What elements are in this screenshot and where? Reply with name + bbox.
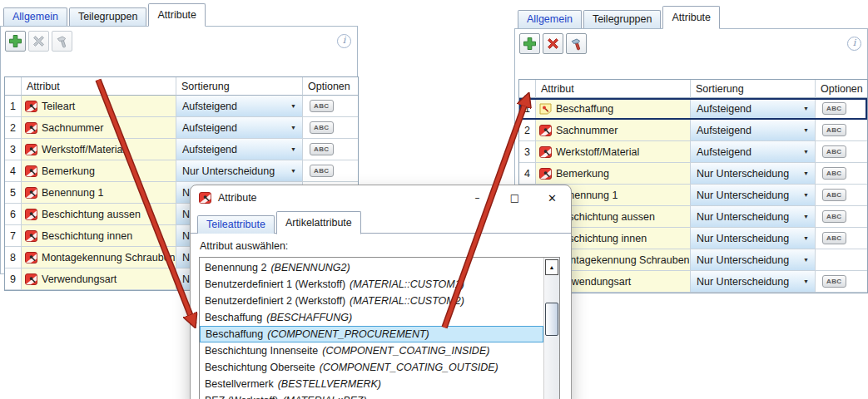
option-code: (MATERIAL::CUSTOM1) (350, 278, 464, 290)
option-name: Benutzerdefiniert 2 (Werkstoff) (205, 295, 345, 307)
abc-button[interactable]: ABC (310, 165, 334, 177)
abc-button[interactable]: ABC (310, 121, 334, 134)
abc-button[interactable]: ABC (822, 275, 846, 288)
toolbar (5, 31, 72, 52)
attribute-listbox: Benennung 2(BENENNUNG2)Benutzerdefiniert… (199, 257, 560, 399)
abc-button[interactable]: ABC (822, 189, 846, 201)
attribute-row[interactable]: 3Werkstoff/MaterialAufsteigend▼ABC (5, 139, 358, 160)
abc-button[interactable]: ABC (822, 232, 846, 244)
scroll-up-icon[interactable]: ▲ (545, 259, 558, 275)
sorting-value: Aufsteigend (182, 144, 237, 155)
abc-button[interactable]: ABC (822, 145, 846, 158)
scrollbar-thumb[interactable] (545, 303, 558, 336)
abc-button[interactable]: ABC (822, 210, 846, 223)
attribute-option[interactable]: Benutzerdefiniert 2 (Werkstoff)(MATERIAL… (200, 293, 543, 309)
attribute-label: Montagekennung Schrauben (556, 254, 690, 266)
attribute-option[interactable]: Benutzerdefiniert 1 (Werkstoff)(MATERIAL… (200, 276, 543, 293)
sorting-dropdown[interactable]: Aufsteigend▼ (176, 117, 302, 138)
chevron-down-icon: ▼ (803, 214, 809, 219)
tab-attribute[interactable]: Attribute (662, 6, 720, 29)
sorting-dropdown[interactable]: Nur Unterscheidung▼ (176, 160, 302, 181)
minimize-icon[interactable]: – (459, 185, 496, 210)
toolbar (519, 33, 587, 54)
plus-icon (8, 34, 22, 48)
sorting-dropdown[interactable]: Nur Unterscheidung▼ (691, 271, 815, 292)
column-header-attribute: Attribut (22, 77, 176, 96)
abc-button[interactable]: ABC (310, 143, 334, 155)
attribute-row[interactable]: 3Werkstoff/MaterialAufsteigend▼ABC (519, 141, 867, 163)
info-icon[interactable]: i (847, 37, 861, 51)
option-code: (COMPONENT_PROCUREMENT) (267, 328, 429, 340)
dialog-title: Attribute (218, 192, 257, 204)
tab-allgemein[interactable]: Allgemein (518, 10, 582, 28)
attribute-option[interactable]: Beschichtung Innenseite(COMPONENT_COATIN… (200, 342, 543, 359)
add-button[interactable] (5, 31, 26, 52)
option-name: Beschaffung (206, 328, 263, 340)
info-icon[interactable]: i (337, 34, 351, 48)
sorting-dropdown[interactable]: Aufsteigend▼ (176, 139, 302, 160)
tab-artikelattribute[interactable]: Artikelattribute (276, 211, 361, 234)
option-code: (BESCHAFFUNG) (266, 312, 352, 323)
sorting-value: Nur Unterscheidung (697, 168, 789, 180)
attribute-option[interactable]: Beschichtung Oberseite(COMPONENT_COATING… (200, 359, 543, 376)
attribute-label: Beschichtung innen (42, 230, 132, 242)
abc-button[interactable]: ABC (822, 102, 846, 115)
close-icon[interactable]: ✕ (533, 185, 571, 210)
row-number: 3 (519, 141, 536, 163)
dialog-titlebar[interactable]: Attribute – □ ✕ (191, 185, 571, 210)
attribute-row[interactable]: 4BemerkungNur Unterscheidung▼ABC (5, 160, 358, 182)
sorting-cell: Aufsteigend▼ (176, 139, 303, 160)
sorting-dropdown[interactable]: Aufsteigend▼ (691, 141, 815, 162)
x-icon (546, 37, 560, 51)
tab-teilegruppen[interactable]: Teilegruppen (69, 7, 147, 26)
option-code: (MATERIAL::CUSTOM2) (350, 295, 464, 307)
options-cell: ABC (816, 98, 867, 120)
abc-button[interactable]: ABC (310, 100, 334, 112)
x-icon (32, 34, 46, 48)
edit-button[interactable] (566, 33, 587, 54)
attribute-option[interactable]: Benennung 2(BENENNUNG2) (200, 259, 543, 276)
sorting-dropdown[interactable]: Nur Unterscheidung▼ (691, 249, 815, 270)
delete-button[interactable] (543, 33, 563, 54)
attribute-option[interactable]: Bestellvermerk(BESTELLVERMERK) (200, 376, 543, 392)
attribute-row[interactable]: 1TeileartAufsteigend▼ABC (5, 96, 358, 117)
option-name: Beschaffung (205, 312, 262, 323)
column-header-rownum (519, 80, 536, 98)
hammer-icon (56, 35, 69, 48)
sorting-dropdown[interactable]: Aufsteigend▼ (176, 96, 302, 116)
tab-attribute[interactable]: Attribute (148, 3, 206, 27)
attribute-option[interactable]: Beschaffung(COMPONENT_PROCUREMENT) (200, 326, 543, 342)
attribute-cell: Beschaffung (536, 98, 691, 120)
hammer-icon (570, 37, 583, 51)
delete-button (28, 31, 49, 52)
attribute-row[interactable]: 2SachnummerAufsteigend▼ABC (519, 120, 867, 141)
options-cell: ABC (303, 117, 358, 139)
add-button[interactable] (519, 33, 540, 54)
tab-teileattribute[interactable]: Teileattribute (197, 215, 275, 234)
options-cell: ABC (816, 228, 867, 249)
sorting-dropdown[interactable]: Aufsteigend▼ (691, 98, 815, 119)
maximize-icon[interactable]: □ (496, 185, 533, 210)
attribute-icon (199, 192, 211, 204)
abc-button[interactable]: ABC (822, 124, 846, 136)
abc-button[interactable]: ABC (822, 167, 846, 180)
row-number: 3 (5, 139, 22, 160)
sorting-dropdown[interactable]: Aufsteigend▼ (691, 120, 815, 140)
sorting-dropdown[interactable]: Nur Unterscheidung▼ (691, 185, 815, 205)
table-header-row: AttributSortierungOptionen (519, 80, 867, 98)
tab-teilegruppen[interactable]: Teilegruppen (583, 10, 662, 28)
option-code: (COMPONENT_COATING_INSIDE) (322, 345, 489, 357)
scrollbar[interactable]: ▲ (543, 258, 559, 399)
sorting-dropdown[interactable]: Nur Unterscheidung▼ (691, 228, 815, 249)
note-pin-icon (539, 103, 552, 115)
tab-allgemein[interactable]: Allgemein (3, 7, 67, 26)
sorting-cell: Aufsteigend▼ (691, 98, 816, 120)
attribute-row[interactable]: 1BeschaffungAufsteigend▼ABC (519, 98, 867, 120)
attribute-option[interactable]: BEZ (Werkstoff)(MATERIAL::BEZ) (200, 392, 543, 399)
attribute-row[interactable]: 4BemerkungNur Unterscheidung▼ABC (519, 163, 867, 185)
sorting-dropdown[interactable]: Nur Unterscheidung▼ (691, 206, 815, 227)
attribute-row[interactable]: 2SachnummerAufsteigend▼ABC (5, 117, 358, 139)
attribute-option[interactable]: Beschaffung(BESCHAFFUNG) (200, 309, 543, 326)
sorting-dropdown[interactable]: Nur Unterscheidung▼ (691, 163, 815, 184)
sorting-cell: Aufsteigend▼ (691, 141, 816, 163)
